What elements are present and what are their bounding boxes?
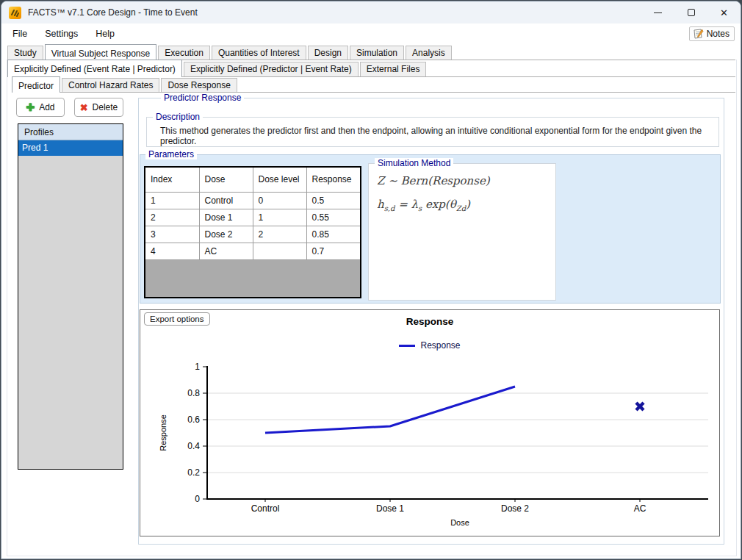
description-group: Description This method generates the pr…	[146, 117, 719, 147]
tab-analysis[interactable]: Analysis	[406, 46, 452, 60]
svg-text:Response: Response	[159, 414, 168, 451]
maximize-icon	[688, 9, 695, 16]
param-cell[interactable]: Dose 2	[199, 226, 253, 243]
param-cell[interactable]: 0	[253, 192, 306, 209]
svg-text:1: 1	[195, 362, 200, 372]
menu-help[interactable]: Help	[88, 26, 122, 42]
svg-text:Dose 2: Dose 2	[501, 503, 529, 514]
svg-text:0: 0	[195, 494, 200, 504]
param-cell[interactable]: 0.85	[306, 226, 360, 243]
main-tab-strip: StudyVirtual Subject ResponseExecutionQu…	[7, 44, 735, 60]
notes-label: Notes	[707, 29, 730, 39]
param-col-header: Dose	[199, 168, 253, 192]
description-group-label: Description	[153, 112, 203, 122]
tab-execution[interactable]: Execution	[158, 46, 210, 60]
param-cell[interactable]: 1	[253, 209, 306, 226]
delete-label: Delete	[93, 102, 118, 112]
tab-simulation[interactable]: Simulation	[350, 46, 404, 60]
tab-control-hazard-rates[interactable]: Control Hazard Rates	[62, 78, 159, 92]
param-cell[interactable]: 0.5	[306, 192, 360, 209]
param-cell[interactable]: 1	[145, 192, 199, 209]
notes-icon	[693, 29, 704, 39]
parameters-group: Parameters IndexDoseDose levelResponse 1…	[140, 154, 721, 304]
svg-text:AC: AC	[634, 503, 646, 514]
simulation-formula-2: hs,d = λs exp(θZd)	[377, 198, 470, 212]
svg-text:0.4: 0.4	[187, 441, 200, 451]
predictor-tab-strip: PredictorControl Hazard RatesDose Respon…	[12, 77, 735, 93]
param-col-header: Response	[306, 168, 360, 192]
window-controls: ✕	[641, 1, 741, 24]
minimize-button[interactable]	[641, 1, 674, 24]
predictor-response-group: Predictor Response Description This meth…	[138, 98, 724, 545]
minimize-icon	[654, 12, 662, 13]
param-row: 2Dose 110.55	[145, 209, 360, 226]
param-col-header: Index	[145, 168, 199, 192]
param-cell[interactable]: 2	[253, 226, 306, 243]
chart-title: Response	[140, 316, 719, 327]
export-options-button[interactable]: Export options	[144, 312, 210, 326]
tab-dose-response[interactable]: Dose Response	[161, 78, 237, 92]
param-row: 4AC0.7	[145, 243, 360, 259]
menu-settings[interactable]: Settings	[37, 26, 85, 42]
param-row: 3Dose 220.85	[145, 226, 360, 243]
svg-text:0.2: 0.2	[187, 467, 200, 478]
description-text: This method generates the predictor firs…	[160, 126, 711, 146]
param-cell[interactable]: 4	[145, 243, 199, 259]
tab-study[interactable]: Study	[7, 46, 43, 60]
title-bar: FACTS™ v7.1 Core Design - Time to Event …	[1, 1, 741, 24]
legend-line-swatch	[399, 345, 415, 347]
tab-design[interactable]: Design	[308, 46, 348, 60]
svg-text:Dose: Dose	[450, 518, 469, 527]
profile-item[interactable]: Pred 1	[18, 140, 123, 156]
predictor-response-group-label: Predictor Response	[161, 93, 244, 103]
delete-button[interactable]: ✖ Delete	[74, 98, 123, 117]
profiles-list-header: Profiles	[18, 124, 123, 140]
param-cell[interactable]: Dose 1	[199, 209, 253, 226]
parameters-table: IndexDoseDose levelResponse 1Control00.5…	[144, 166, 361, 298]
svg-text:0.8: 0.8	[187, 388, 200, 398]
param-cell[interactable]: Control	[199, 192, 253, 209]
dose-response-chart-panel: Export options Response Response 00.20.4…	[140, 309, 720, 536]
notes-button[interactable]: Notes	[689, 26, 735, 41]
parameters-group-label: Parameters	[145, 149, 197, 159]
chart-legend: Response	[140, 340, 719, 351]
app-logo-icon	[9, 7, 21, 19]
tab-explicitly-defined-event-rate-predictor[interactable]: Explicitly Defined (Event Rate | Predict…	[7, 60, 182, 77]
param-cell[interactable]: 0.55	[306, 209, 360, 226]
param-cell[interactable]: AC	[199, 243, 253, 259]
add-icon: ✚	[26, 102, 35, 112]
tab-virtual-subject-response[interactable]: Virtual Subject Response	[45, 44, 157, 60]
menu-file[interactable]: File	[5, 26, 35, 42]
add-button[interactable]: ✚ Add	[16, 98, 65, 117]
menu-bar: File Settings Help Notes	[1, 24, 741, 43]
close-button[interactable]: ✕	[707, 1, 741, 24]
param-cell[interactable]: 2	[145, 209, 199, 226]
svg-text:0.6: 0.6	[187, 414, 200, 425]
param-cell[interactable]: 0.7	[306, 243, 360, 259]
maximize-button[interactable]	[674, 1, 707, 24]
profiles-list: Profiles Pred 1	[18, 123, 123, 470]
param-cell[interactable]: 3	[145, 226, 199, 243]
add-label: Add	[39, 102, 54, 112]
param-cell[interactable]	[253, 243, 306, 259]
tab-predictor[interactable]: Predictor	[12, 76, 60, 93]
param-row: 1Control00.5	[145, 192, 360, 209]
svg-text:Dose 1: Dose 1	[376, 503, 404, 514]
vsr-tab-strip: Explicitly Defined (Event Rate | Predict…	[7, 60, 735, 77]
svg-text:Control: Control	[251, 503, 280, 514]
app-window: FACTS™ v7.1 Core Design - Time to Event …	[1, 1, 741, 559]
simulation-method-group: Simulation Method Z ∼ Bern(Response) hs,…	[368, 163, 556, 301]
window-title: FACTS™ v7.1 Core Design - Time to Event	[28, 7, 198, 18]
close-icon: ✕	[720, 7, 728, 18]
simulation-method-group-label: Simulation Method	[375, 158, 453, 168]
tab-explicitly-defined-predictor-event-rate[interactable]: Explicitly Defined (Predictor | Event Ra…	[184, 62, 359, 76]
tab-external-files[interactable]: External Files	[360, 62, 427, 76]
legend-label: Response	[420, 340, 460, 351]
param-col-header: Dose level	[253, 168, 306, 192]
tab-quantities-of-interest[interactable]: Quantities of Interest	[212, 46, 306, 60]
delete-icon: ✖	[80, 103, 88, 112]
simulation-formula-1: Z ∼ Bern(Response)	[377, 174, 490, 187]
